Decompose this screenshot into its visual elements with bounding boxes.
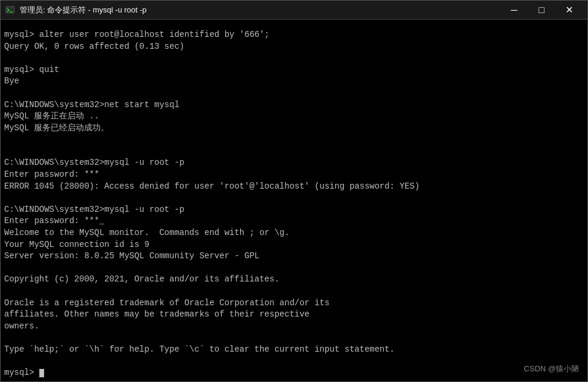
terminal-line: Query OK, 0 rows affected (0.13 sec): [4, 41, 584, 53]
terminal-line: C:\WINDOWS\system32>mysql -u root -p: [4, 157, 584, 169]
terminal-line: C:\WINDOWS\system32>mysql -u root -p: [4, 204, 584, 216]
minimize-button[interactable]: ─: [500, 1, 528, 20]
terminal-line: MySQL 服务正在启动 ..: [4, 111, 584, 123]
terminal-line: [4, 286, 584, 298]
terminal-line: Type `help;` or `\h` for help. Type `\c`…: [4, 344, 584, 356]
cursor: [39, 369, 44, 377]
terminal-line: Copyright (c) 2000, 2021, Oracle and/or …: [4, 274, 584, 286]
terminal-line: [4, 356, 584, 368]
terminal-line: [4, 134, 584, 146]
terminal-line: [4, 87, 584, 99]
terminal-line: mysql> quit: [4, 64, 584, 76]
terminal-line: C:\WINDOWS\system32>net start mysql: [4, 99, 584, 111]
terminal-line: Enter password: ***: [4, 169, 584, 181]
terminal-line: Enter password: ***_: [4, 215, 584, 227]
terminal-line: Welcome to the MySQL monitor. Commands e…: [4, 227, 584, 239]
terminal-line: Your MySQL connection id is 9: [4, 239, 584, 251]
terminal-line: [4, 146, 584, 158]
window-title: 管理员: 命令提示符 - mysql -u root -p: [20, 5, 500, 15]
terminal-line: affiliates. Other names may be trademark…: [4, 309, 584, 321]
terminal-line: owners.: [4, 321, 584, 333]
terminal-line: Oracle is a registered trademark of Orac…: [4, 298, 584, 309]
terminal-body[interactable]: Type `help;` or `\h` for help. Type `\c`…: [1, 20, 587, 381]
window: 管理员: 命令提示符 - mysql -u root -p ─ □ ✕ Type…: [0, 0, 588, 382]
terminal-line: ERROR 1045 (28000): Access denied for us…: [4, 181, 584, 193]
terminal-wrapper: Type `help;` or `\h` for help. Type `\c`…: [1, 20, 587, 381]
terminal-line: Server version: 8.0.25 MySQL Community S…: [4, 251, 584, 262]
close-button[interactable]: ✕: [555, 1, 583, 20]
window-controls: ─ □ ✕: [500, 1, 583, 20]
terminal-line: [4, 52, 584, 64]
terminal-line: MySQL 服务已经启动成功。: [4, 123, 584, 134]
title-bar: 管理员: 命令提示符 - mysql -u root -p ─ □ ✕: [1, 1, 587, 20]
watermark: CSDN @猿小陋: [524, 364, 579, 374]
terminal-line: [4, 192, 584, 204]
terminal-line: [4, 20, 584, 29]
terminal-line: Bye: [4, 76, 584, 87]
terminal-line: mysql>: [4, 367, 584, 379]
terminal-line: [4, 332, 584, 344]
terminal-line: mysql> alter user root@localhost identif…: [4, 29, 584, 41]
terminal-line: [4, 262, 584, 274]
terminal-icon: [5, 5, 15, 15]
maximize-button[interactable]: □: [528, 1, 555, 20]
